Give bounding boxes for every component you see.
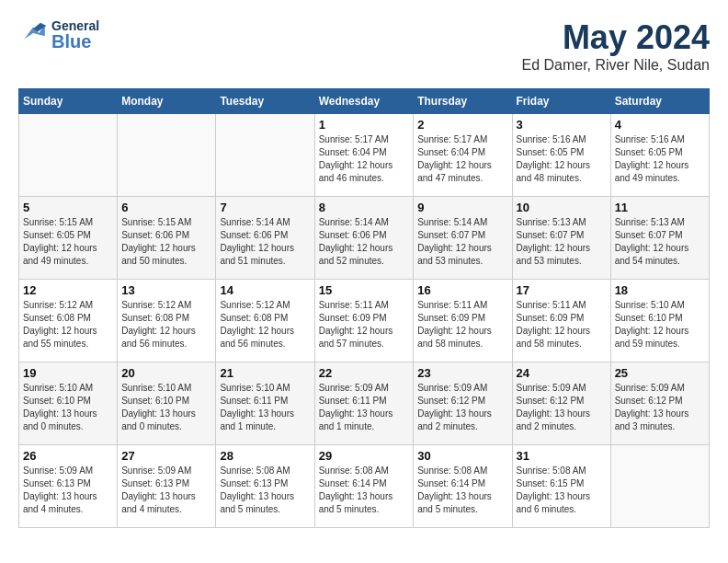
- table-row: 2Sunrise: 5:17 AM Sunset: 6:04 PM Daylig…: [414, 114, 512, 197]
- day-info: Sunrise: 5:12 AM Sunset: 6:08 PM Dayligh…: [23, 299, 113, 350]
- calendar-week-row: 5Sunrise: 5:15 AM Sunset: 6:05 PM Daylig…: [19, 197, 710, 280]
- day-info: Sunrise: 5:14 AM Sunset: 6:07 PM Dayligh…: [417, 216, 507, 268]
- day-info: Sunrise: 5:09 AM Sunset: 6:13 PM Dayligh…: [23, 465, 113, 516]
- table-row: 12Sunrise: 5:12 AM Sunset: 6:08 PM Dayli…: [19, 280, 118, 362]
- table-row: 27Sunrise: 5:09 AM Sunset: 6:13 PM Dayli…: [118, 445, 216, 528]
- day-number: 1: [319, 118, 410, 132]
- day-number: 27: [121, 449, 211, 463]
- table-row: 9Sunrise: 5:14 AM Sunset: 6:07 PM Daylig…: [414, 197, 512, 280]
- day-number: 21: [220, 366, 310, 380]
- day-info: Sunrise: 5:08 AM Sunset: 6:13 PM Dayligh…: [220, 465, 310, 516]
- table-row: 30Sunrise: 5:08 AM Sunset: 6:14 PM Dayli…: [414, 445, 512, 528]
- header-friday: Friday: [512, 89, 610, 114]
- month-title: May 2024: [521, 18, 710, 57]
- table-row: 3Sunrise: 5:16 AM Sunset: 6:05 PM Daylig…: [512, 114, 610, 197]
- day-number: 12: [23, 283, 113, 297]
- table-row: 1Sunrise: 5:17 AM Sunset: 6:04 PM Daylig…: [314, 114, 414, 197]
- day-info: Sunrise: 5:11 AM Sunset: 6:09 PM Dayligh…: [319, 299, 410, 350]
- header-monday: Monday: [118, 89, 216, 114]
- day-number: 20: [121, 366, 211, 380]
- day-number: 15: [319, 283, 410, 297]
- table-row: 31Sunrise: 5:08 AM Sunset: 6:15 PM Dayli…: [512, 445, 610, 528]
- day-info: Sunrise: 5:15 AM Sunset: 6:05 PM Dayligh…: [23, 216, 113, 268]
- day-info: Sunrise: 5:10 AM Sunset: 6:11 PM Dayligh…: [220, 382, 310, 433]
- day-number: 13: [121, 283, 211, 297]
- day-number: 29: [319, 449, 410, 463]
- table-row: 6Sunrise: 5:15 AM Sunset: 6:06 PM Daylig…: [118, 197, 216, 280]
- table-row: 29Sunrise: 5:08 AM Sunset: 6:14 PM Dayli…: [314, 445, 414, 528]
- day-info: Sunrise: 5:17 AM Sunset: 6:04 PM Dayligh…: [319, 133, 410, 185]
- logo-icon: [18, 18, 48, 52]
- table-row: 11Sunrise: 5:13 AM Sunset: 6:07 PM Dayli…: [610, 197, 709, 280]
- title-block: May 2024 Ed Damer, River Nile, Sudan: [521, 18, 710, 74]
- day-info: Sunrise: 5:10 AM Sunset: 6:10 PM Dayligh…: [23, 382, 113, 433]
- day-number: 6: [121, 201, 211, 214]
- table-row: 26Sunrise: 5:09 AM Sunset: 6:13 PM Dayli…: [19, 445, 118, 528]
- table-row: 28Sunrise: 5:08 AM Sunset: 6:13 PM Dayli…: [216, 445, 314, 528]
- table-row: 20Sunrise: 5:10 AM Sunset: 6:10 PM Dayli…: [118, 362, 216, 445]
- day-info: Sunrise: 5:12 AM Sunset: 6:08 PM Dayligh…: [121, 299, 211, 350]
- logo: General Blue: [18, 18, 99, 52]
- day-info: Sunrise: 5:08 AM Sunset: 6:15 PM Dayligh…: [517, 465, 607, 516]
- day-info: Sunrise: 5:15 AM Sunset: 6:06 PM Dayligh…: [121, 216, 211, 268]
- table-row: 18Sunrise: 5:10 AM Sunset: 6:10 PM Dayli…: [610, 280, 709, 362]
- day-number: 9: [417, 201, 507, 214]
- day-number: 22: [319, 366, 410, 380]
- day-number: 5: [23, 201, 113, 214]
- day-number: 7: [220, 201, 310, 214]
- day-info: Sunrise: 5:09 AM Sunset: 6:12 PM Dayligh…: [615, 382, 705, 433]
- table-row: 21Sunrise: 5:10 AM Sunset: 6:11 PM Dayli…: [216, 362, 314, 445]
- calendar-week-row: 26Sunrise: 5:09 AM Sunset: 6:13 PM Dayli…: [19, 445, 710, 528]
- day-number: 23: [417, 366, 507, 380]
- table-row: [118, 114, 216, 197]
- table-row: 10Sunrise: 5:13 AM Sunset: 6:07 PM Dayli…: [512, 197, 610, 280]
- day-info: Sunrise: 5:10 AM Sunset: 6:10 PM Dayligh…: [615, 299, 705, 350]
- header-wednesday: Wednesday: [314, 89, 414, 114]
- day-info: Sunrise: 5:16 AM Sunset: 6:05 PM Dayligh…: [615, 133, 705, 185]
- day-number: 3: [517, 118, 607, 132]
- day-info: Sunrise: 5:10 AM Sunset: 6:10 PM Dayligh…: [121, 382, 211, 433]
- day-info: Sunrise: 5:17 AM Sunset: 6:04 PM Dayligh…: [417, 133, 507, 185]
- table-row: 23Sunrise: 5:09 AM Sunset: 6:12 PM Dayli…: [414, 362, 512, 445]
- day-info: Sunrise: 5:13 AM Sunset: 6:07 PM Dayligh…: [615, 216, 705, 268]
- day-info: Sunrise: 5:09 AM Sunset: 6:12 PM Dayligh…: [517, 382, 607, 433]
- table-row: 15Sunrise: 5:11 AM Sunset: 6:09 PM Dayli…: [314, 280, 414, 362]
- day-info: Sunrise: 5:13 AM Sunset: 6:07 PM Dayligh…: [517, 216, 607, 268]
- day-info: Sunrise: 5:16 AM Sunset: 6:05 PM Dayligh…: [517, 133, 607, 185]
- location-title: Ed Damer, River Nile, Sudan: [521, 57, 710, 74]
- header-saturday: Saturday: [610, 89, 709, 114]
- table-row: 14Sunrise: 5:12 AM Sunset: 6:08 PM Dayli…: [216, 280, 314, 362]
- header-thursday: Thursday: [414, 89, 512, 114]
- day-number: 14: [220, 283, 310, 297]
- day-number: 10: [517, 201, 607, 214]
- day-number: 31: [517, 449, 607, 463]
- day-info: Sunrise: 5:09 AM Sunset: 6:12 PM Dayligh…: [417, 382, 507, 433]
- day-number: 24: [517, 366, 607, 380]
- logo-general: General: [51, 19, 99, 32]
- day-number: 4: [615, 118, 705, 132]
- table-row: 4Sunrise: 5:16 AM Sunset: 6:05 PM Daylig…: [610, 114, 709, 197]
- table-row: 19Sunrise: 5:10 AM Sunset: 6:10 PM Dayli…: [19, 362, 118, 445]
- day-info: Sunrise: 5:09 AM Sunset: 6:11 PM Dayligh…: [319, 382, 410, 433]
- day-number: 11: [615, 201, 705, 214]
- day-number: 19: [23, 366, 113, 380]
- day-number: 25: [615, 366, 705, 380]
- table-row: 13Sunrise: 5:12 AM Sunset: 6:08 PM Dayli…: [118, 280, 216, 362]
- day-info: Sunrise: 5:14 AM Sunset: 6:06 PM Dayligh…: [220, 216, 310, 268]
- calendar-week-row: 1Sunrise: 5:17 AM Sunset: 6:04 PM Daylig…: [19, 114, 710, 197]
- day-number: 2: [417, 118, 507, 132]
- day-number: 30: [417, 449, 507, 463]
- table-row: 25Sunrise: 5:09 AM Sunset: 6:12 PM Dayli…: [610, 362, 709, 445]
- day-number: 18: [615, 283, 705, 297]
- day-info: Sunrise: 5:12 AM Sunset: 6:08 PM Dayligh…: [220, 299, 310, 350]
- day-info: Sunrise: 5:11 AM Sunset: 6:09 PM Dayligh…: [517, 299, 607, 350]
- table-row: 24Sunrise: 5:09 AM Sunset: 6:12 PM Dayli…: [512, 362, 610, 445]
- table-row: [19, 114, 118, 197]
- day-number: 8: [319, 201, 410, 214]
- calendar-table: Sunday Monday Tuesday Wednesday Thursday…: [18, 88, 710, 528]
- header-tuesday: Tuesday: [216, 89, 314, 114]
- page-header: General Blue May 2024 Ed Damer, River Ni…: [18, 18, 710, 74]
- table-row: 8Sunrise: 5:14 AM Sunset: 6:06 PM Daylig…: [314, 197, 414, 280]
- day-number: 26: [23, 449, 113, 463]
- day-number: 16: [417, 283, 507, 297]
